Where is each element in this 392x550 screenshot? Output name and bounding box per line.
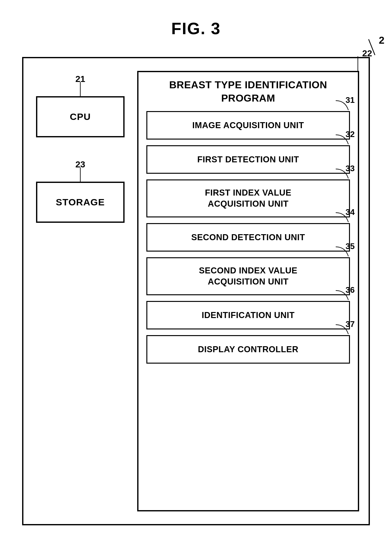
outer-ref-label: 2 — [379, 34, 384, 46]
ref-21-label: 21 — [75, 74, 85, 84]
unit-34-wrapper: 34 SECOND DETECTION UNIT — [146, 223, 350, 252]
first-index-value-acquisition-unit-box: FIRST INDEX VALUEACQUISITION UNIT — [146, 179, 350, 217]
cpu-wrapper: 21 CPU — [36, 96, 125, 137]
ref-37-label: 37 — [346, 319, 355, 329]
image-acquisition-unit-label: IMAGE ACQUISITION UNIT — [192, 120, 304, 131]
ref-22-label: 22 — [362, 48, 372, 59]
image-acquisition-unit-box: IMAGE ACQUISITION UNIT — [146, 111, 350, 140]
storage-label: STORAGE — [56, 197, 105, 208]
cpu-label: CPU — [70, 111, 91, 122]
unit-32-wrapper: 32 FIRST DETECTION UNIT — [146, 145, 350, 174]
unit-31-wrapper: 31 IMAGE ACQUISITION UNIT — [146, 111, 350, 140]
display-controller-label: DISPLAY CONTROLLER — [198, 344, 298, 355]
first-detection-unit-label: FIRST DETECTION UNIT — [197, 154, 299, 165]
second-detection-unit-label: SECOND DETECTION UNIT — [191, 232, 305, 243]
unit-36-wrapper: 36 IDENTIFICATION UNIT — [146, 301, 350, 329]
right-column: 22 BREAST TYPE IDENTIFICATION PROGRAM 31… — [137, 71, 359, 511]
display-controller-box: DISPLAY CONTROLLER — [146, 335, 350, 364]
storage-box: STORAGE — [36, 182, 125, 223]
page: FIG. 3 2 21 CPU — [0, 0, 392, 550]
ref-32-label: 32 — [346, 129, 355, 139]
ref-23-label: 23 — [75, 159, 85, 170]
outer-container: 2 21 CPU 23 STORAGE — [22, 57, 370, 525]
second-index-value-acquisition-unit-label: SECOND INDEX VALUEACQUISITION UNIT — [199, 265, 297, 287]
storage-wrapper: 23 STORAGE — [36, 182, 125, 223]
ref-33-label: 33 — [346, 164, 355, 173]
ref-34-label: 34 — [346, 207, 355, 217]
first-index-value-acquisition-unit-label: FIRST INDEX VALUEACQUISITION UNIT — [205, 187, 291, 209]
identification-unit-label: IDENTIFICATION UNIT — [202, 310, 295, 321]
program-title: BREAST TYPE IDENTIFICATION PROGRAM — [146, 78, 350, 105]
first-detection-unit-box: FIRST DETECTION UNIT — [146, 145, 350, 174]
left-column: 21 CPU 23 STORAGE — [36, 71, 125, 511]
ref-35-label: 35 — [346, 241, 355, 251]
identification-unit-box: IDENTIFICATION UNIT — [146, 301, 350, 329]
figure-title: FIG. 3 — [171, 19, 221, 38]
unit-35-wrapper: 35 SECOND INDEX VALUEACQUISITION UNIT — [146, 257, 350, 295]
unit-37-wrapper: 37 DISPLAY CONTROLLER — [146, 335, 350, 364]
cpu-box: CPU — [36, 96, 125, 137]
unit-33-wrapper: 33 FIRST INDEX VALUEACQUISITION UNIT — [146, 179, 350, 217]
ref-31-label: 31 — [346, 95, 355, 105]
ref-36-label: 36 — [346, 285, 355, 295]
second-detection-unit-box: SECOND DETECTION UNIT — [146, 223, 350, 252]
second-index-value-acquisition-unit-box: SECOND INDEX VALUEACQUISITION UNIT — [146, 257, 350, 295]
